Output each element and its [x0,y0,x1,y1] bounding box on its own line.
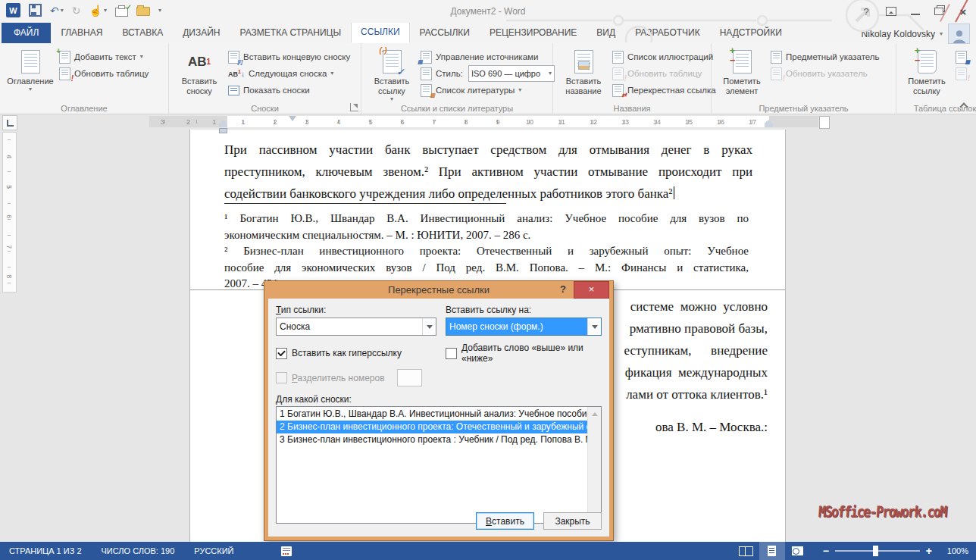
first-line-indent-marker[interactable] [289,116,296,125]
zoom-slider-handle[interactable] [873,546,878,556]
insert-index-button[interactable]: Предметный указатель [768,48,883,65]
footnotes-dialog-launcher[interactable] [350,103,358,111]
bibliography-style-combo[interactable]: ISO 690 — цифро ▾ [468,65,555,82]
table-of-figures-button[interactable]: Список иллюстраций [609,48,719,65]
update-index-button: ! Обновить указатель [768,65,883,82]
checkbox-checked[interactable] [276,348,287,359]
language-indicator[interactable]: РУССКИЙ [194,546,233,555]
mark-entry-button[interactable]: + − Пометить элемент [716,46,768,96]
tab-home[interactable]: ГЛАВНАЯ [51,23,112,43]
proofing-status-icon[interactable] [281,546,292,556]
insert-as-hyperlink-checkbox[interactable]: Вставить как гиперссылку [276,343,436,364]
chevron-down-icon[interactable] [587,318,601,335]
tab-addins[interactable]: НАДСТРОЙКИ [710,23,792,43]
restore-button[interactable] [934,8,943,15]
footnote-list-item[interactable]: 1 Богатин Ю.В., Швандар В.А. Инвестицион… [277,408,588,421]
tab-file[interactable]: ФАЙЛ [2,23,51,43]
title-bar: W ↶ ▾ ↻ ☝ ▾ ✓ ▾ Документ2 - Word ? × [0,0,976,23]
group-name-citations: Ссылки и списки литературы [361,104,552,113]
checkbox-unchecked[interactable] [446,348,457,359]
tab-developer[interactable]: РАЗРАБОТЧИК [625,23,710,43]
mark-citation-button[interactable]: + − Пометить ссылку [901,46,953,96]
insert-endnote-button[interactable]: [i] Вставить концевую сноску [225,48,353,65]
page2-line: ова В. М. – Москва.: [593,416,768,438]
read-mode-button[interactable] [734,542,759,560]
body-line[interactable]: При пассивном участии банк выступает сре… [224,139,752,161]
reference-type-combo[interactable]: Сноска [276,318,436,336]
add-text-button[interactable]: + Добавить текст ▾ [56,48,152,65]
save-icon[interactable] [29,4,42,17]
include-above-below-checkbox[interactable]: Добавить слово «выше» или «ниже» [446,343,602,364]
word-count[interactable]: ЧИСЛО СЛОВ: 190 [102,546,175,555]
zoom-slider[interactable] [835,550,920,552]
insert-footnote-button[interactable]: AB1 Вставить сноску [174,46,225,96]
tab-insert[interactable]: ВСТАВКА [112,23,173,43]
cross-reference-button[interactable]: ⇄ Перекрестная ссылка [609,82,719,99]
redo-icon[interactable]: ↻ [72,5,81,17]
scroll-up-icon[interactable] [588,407,601,420]
tab-references[interactable]: ССЫЛКИ [351,22,409,43]
insert-reference-to-combo[interactable]: Номер сноски (форм.) [446,318,602,336]
tab-stop-selector[interactable] [2,115,17,130]
horizontal-ruler[interactable]: 321 1234567891011121314151617 [149,116,828,127]
collapse-ribbon-button[interactable] [961,102,967,108]
mark-citation-label: Пометить ссылку [901,77,953,96]
insert-button-label: Вставить [483,516,527,527]
footnote-list-item[interactable]: 3 Бизнес-план инвестиционного проекта : … [277,433,588,446]
status-bar: СТРАНИЦА 1 ИЗ 2 ЧИСЛО СЛОВ: 190 РУССКИЙ … [0,542,976,560]
add-text-label: Добавить текст [74,52,136,62]
zoom-in-button[interactable]: + [926,545,932,557]
avatar[interactable] [948,23,970,44]
account-menu[interactable]: Nikolay Koldovsky ▾ [862,29,943,39]
page2-text[interactable]: системе можно условнормативно правовой б… [593,296,768,438]
body-line[interactable]: содействии банковского учреждения либо о… [224,183,752,205]
undo-button[interactable]: ↶ ▾ [50,5,64,17]
show-notes-button[interactable]: Показать сноски [225,82,353,99]
open-folder-icon[interactable] [136,7,150,16]
touch-mode-button[interactable]: ☝ ▾ [89,5,106,17]
print-layout-button[interactable] [759,542,785,560]
zoom-out-button[interactable]: − [823,545,829,557]
insert-table-of-authorities-button[interactable]: ▦ [953,48,970,65]
insert-caption-button[interactable]: Вставить название [558,46,609,96]
tab-page-layout[interactable]: РАЗМЕТКА СТРАНИЦЫ [230,23,352,43]
customize-qat-icon[interactable]: ▾ [158,8,161,14]
tab-review[interactable]: РЕЦЕНЗИРОВАНИЕ [480,23,587,43]
word-logo-icon[interactable]: W [6,3,20,17]
next-footnote-button[interactable]: AB1↓ Следующая сноска ▾ [225,65,353,82]
list-scrollbar[interactable] [587,407,601,523]
footnote-list[interactable]: 1 Богатин Ю.В., Швандар В.А. Инвестицион… [276,406,602,524]
page2-line: лами от оттока клиентов.¹ [593,383,768,405]
dialog-help-button[interactable]: ? [557,283,569,295]
body-paragraph[interactable]: При пассивном участии банк выступает сре… [224,139,752,205]
close-button[interactable]: × [958,5,968,18]
minimize-button[interactable] [911,13,920,15]
tab-view[interactable]: ВИД [587,23,625,43]
show-notes-label: Показать сноски [243,85,310,95]
dialog-close-icon[interactable]: × [574,281,609,299]
tab-design[interactable]: ДИЗАЙН [173,23,230,43]
manage-sources-button[interactable]: ▤ Управление источниками [418,48,558,65]
quick-print-icon[interactable]: ✓ [115,8,128,17]
insert-citation-button[interactable]: (-) ✓ Вставить ссылку ▾ [366,46,418,102]
chevron-down-icon: ▾ [61,8,64,14]
table-of-contents-button[interactable]: Оглавление ▾ [5,46,56,92]
web-layout-button[interactable] [785,542,811,560]
chevron-down-icon[interactable] [422,318,436,335]
page-indicator[interactable]: СТРАНИЦА 1 ИЗ 2 [9,546,82,555]
body-line[interactable]: преступником, ключевым звеном.² При акти… [224,161,752,183]
zoom-level[interactable]: 100% [941,546,968,555]
help-button[interactable]: ? [861,6,871,17]
bibliography-button[interactable]: ▥ Список литературы ▾ [418,82,558,99]
undo-icon: ↶ [50,5,59,17]
web-layout-icon [792,546,803,555]
close-dialog-button[interactable]: Закрыть [543,512,602,530]
left-indent-marker[interactable] [219,128,227,133]
vertical-ruler[interactable]: 45678 [2,132,17,293]
insert-button[interactable]: Вставить [476,512,534,530]
update-toc-button[interactable]: ! Обновить таблицу [56,65,152,82]
ribbon-display-options-button[interactable] [886,7,896,16]
cross-reference-dialog: Перекрестные ссылки ? × Тип ссылки: Вста… [264,280,614,541]
footnote-list-item-selected[interactable]: 2 Бизнес-план инвестиционного проекта: О… [277,421,588,433]
tab-mailings[interactable]: РАССЫЛКИ [410,23,480,43]
